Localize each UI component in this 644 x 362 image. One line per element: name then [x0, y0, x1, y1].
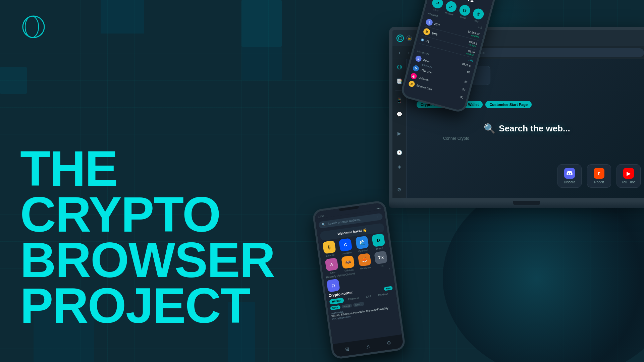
receive-label: Receive — [445, 11, 453, 16]
phone-nav-apps[interactable]: ⊞ — [343, 345, 351, 353]
buy-label: Buy — [474, 19, 479, 22]
customise-start-page-button[interactable]: Customise Start Page — [485, 101, 532, 108]
binance-app-icon: ₿ — [322, 240, 336, 254]
speed-dial-youtube[interactable]: ▶ You Tube — [616, 164, 641, 188]
cc-app-binance[interactable]: ₿ Binance — [321, 240, 337, 258]
metamask-app-label: MetaMask — [360, 266, 371, 270]
battery-2: ●●● — [376, 207, 381, 210]
send-label: Send — [433, 8, 439, 12]
hero-line-2: CRYPTO — [20, 192, 235, 237]
svg-point-0 — [23, 16, 44, 38]
speed-dial-reddit[interactable]: r Reddit — [587, 164, 611, 188]
hero-text-block: THE CRYPTO BROWSER PROJECT — [20, 146, 235, 328]
dapps-app-label: DApps — [376, 247, 383, 250]
browser-back-button[interactable]: ‹ — [396, 49, 403, 56]
reddit-icon: r — [594, 168, 604, 179]
cc-search-mic: ⋮ — [376, 215, 379, 219]
buy-action[interactable]: $ Buy — [471, 7, 485, 23]
cc-app-coinbase[interactable]: C Coinbase — [337, 238, 354, 255]
cc-app-aave[interactable]: A Aave — [323, 257, 340, 275]
binance-app-label: Binance — [326, 253, 335, 257]
wallet-coins-list: Ξ ETH $2,553.67 +8.28% B BNB — [419, 17, 481, 58]
eth-icon: Ξ — [425, 18, 433, 26]
cc-chip-news[interactable]: News — [330, 305, 340, 310]
svg-point-2 — [398, 36, 402, 40]
reddit-label: Reddit — [594, 180, 604, 184]
cc-chip-litec[interactable]: Litec... — [353, 302, 365, 307]
uni-asset-val: $0 — [462, 88, 466, 92]
ether-asset-val: $0 — [467, 70, 470, 74]
opensea-app-icon: 🌊 — [355, 236, 369, 249]
sidebar-history-icon[interactable]: 🕐 — [395, 148, 404, 157]
youtube-label: You Tube — [622, 180, 636, 184]
browser-main-search: 🔍 Search the web... — [484, 123, 570, 134]
sidebar-crypto-icon[interactable]: ◈ — [395, 162, 404, 171]
cc-search-icon: 🔍 — [322, 223, 326, 226]
send-action[interactable]: ↗ Send — [430, 0, 444, 12]
aave-app-label: Aave — [330, 271, 336, 274]
search-text: Search the web... — [499, 123, 570, 134]
usd-value-display: $1.00 +0.00% — [466, 49, 475, 57]
usd-flag: $ — [421, 38, 424, 42]
browser-shield-icon: 🔒 — [407, 36, 412, 41]
phone-nav-home[interactable]: △ — [364, 342, 372, 350]
hero-line-1: THE — [20, 146, 235, 191]
right-section: 🔒 Start Page + — [255, 0, 644, 362]
bnb-icon: B — [423, 27, 431, 36]
hero-line-3: BROWSER — [20, 237, 235, 283]
eth-value: $2,553.67 +8.28% — [467, 30, 480, 39]
cc-app-tix[interactable]: Tix Tix — [373, 250, 389, 268]
sidebar-video-icon[interactable]: ▶ — [395, 129, 404, 138]
coinbats-app-label: Coinbats — [344, 268, 354, 272]
aave-app-icon: A — [325, 258, 338, 272]
discord-label: Discord — [564, 180, 575, 184]
cc-search-placeholder: Search or enter address... — [327, 218, 362, 226]
receive-icon: ↙ — [444, 0, 458, 13]
usdc-asset-val: $0 — [464, 80, 468, 83]
watchlist-label: Watchlist — [427, 12, 438, 17]
cc-app-opensea[interactable]: 🌊 OpenSea — [354, 236, 370, 253]
youtube-icon: ▶ — [623, 168, 634, 179]
discord-recent-icon[interactable]: D — [326, 279, 340, 292]
svg-point-5 — [398, 65, 400, 69]
sidebar-divider2 — [395, 124, 404, 124]
coinbats-app-icon: 🦇 — [341, 255, 355, 269]
sidebar-messenger-icon[interactable]: 💬 — [395, 110, 404, 119]
opera-logo — [20, 13, 47, 40]
tix-app-icon: Tix — [374, 251, 388, 264]
swap-icon: ⇄ — [458, 4, 471, 17]
tix-app-label: Tix — [380, 264, 384, 267]
metamask-app-icon: 🦊 — [358, 253, 371, 267]
laptop-notch — [513, 201, 540, 205]
main-search-icon: 🔍 — [484, 123, 495, 134]
uni-asset-icon: 🦄 — [410, 72, 418, 80]
receive-action[interactable]: ↙ Receive — [444, 0, 458, 16]
sidebar-opera-icon[interactable] — [395, 62, 404, 72]
coinbase-app-label: Coinbase — [342, 251, 352, 255]
opensea-app-label: OpenSea — [358, 249, 368, 252]
bnb2-asset-val: $0 — [460, 96, 464, 99]
watchlist-usd: US — [478, 25, 482, 29]
coinbase-app-icon: C — [339, 238, 353, 252]
hero-line-4: PROJECT — [20, 283, 235, 328]
cc-chip-prices[interactable]: Prices — [341, 304, 352, 309]
phone-nav-settings[interactable]: ⚙ — [385, 339, 393, 347]
bnb2-asset-icon: B — [408, 80, 415, 87]
swap-action[interactable]: ⇄ Swap — [458, 4, 472, 20]
more-icon: › — [389, 267, 390, 270]
usdc-asset-icon: U — [412, 65, 420, 72]
cc-app-dapps[interactable]: D DApps — [370, 233, 387, 251]
conner-crypto-badge: Conner Crypto — [443, 136, 469, 141]
cc-tab-xrp[interactable]: XRP — [363, 293, 374, 300]
cc-new-btn[interactable]: New — [383, 286, 393, 291]
sidebar-divider3 — [395, 143, 404, 143]
sidebar-settings-icon[interactable]: ⚙ — [395, 185, 404, 194]
bnb-value: $379.3 +3.80% — [468, 40, 477, 48]
laptop-base — [389, 201, 644, 208]
svg-point-1 — [25, 16, 39, 38]
ether-asset-icon: Ξ — [415, 55, 422, 62]
cc-app-coinbats[interactable]: 🦇 Coinbats — [340, 255, 357, 273]
left-section: THE CRYPTO BROWSER PROJECT — [0, 0, 255, 362]
cc-app-metamask[interactable]: 🦊 MetaMask — [357, 253, 373, 270]
speed-dial-discord[interactable]: Discord — [557, 164, 582, 188]
